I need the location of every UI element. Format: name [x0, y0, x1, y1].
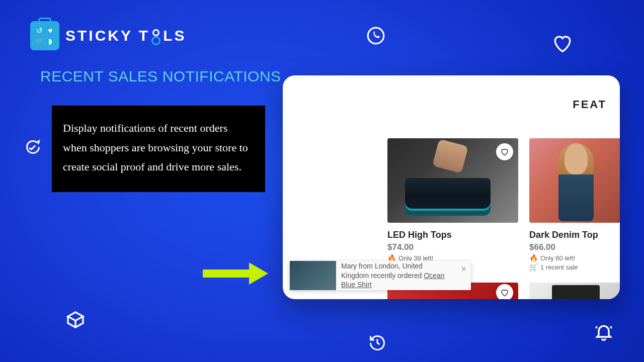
- recent-sale-badge: 🛒 1 recent sale: [529, 263, 620, 271]
- bell-icon: [594, 322, 614, 342]
- cart-icon: 🛒: [529, 263, 538, 271]
- page-title: RECENT SALES NOTIFICATIONS: [40, 68, 281, 85]
- product-name: Dark Denim Top: [529, 230, 620, 240]
- box-icon: [65, 310, 86, 330]
- logo-icon: ↺♥🛒◗: [30, 21, 59, 50]
- svg-rect-0: [203, 269, 249, 278]
- notification-thumbnail: [290, 261, 336, 290]
- heart-icon: [500, 147, 509, 156]
- wishlist-button[interactable]: [496, 284, 513, 299]
- product-price: $66.00: [529, 242, 620, 252]
- stock-text: Only 60 left!: [540, 254, 575, 262]
- chat-icon: [23, 139, 41, 157]
- product-image-peek: [529, 283, 620, 299]
- section-label: FEAT: [573, 98, 607, 111]
- history-icon: [368, 334, 386, 352]
- stock-badge: 🔥 Only 60 left!: [529, 254, 620, 262]
- recent-sale-text: 1 recent sale: [540, 263, 578, 271]
- product-card[interactable]: LED High Tops $74.00 🔥 Only 39 left!: [387, 138, 518, 271]
- wishlist-button[interactable]: [496, 143, 513, 160]
- heart-icon: [552, 34, 573, 52]
- product-card[interactable]: Dark Denim Top $66.00 🔥 Only 60 left! 🛒 …: [529, 138, 620, 271]
- brand-name: STICKY TLS: [65, 27, 186, 44]
- product-image: [529, 138, 620, 223]
- notification-close[interactable]: ✕: [457, 261, 471, 273]
- product-price: $74.00: [387, 242, 518, 252]
- brand-logo: ↺♥🛒◗ STICKY TLS: [30, 21, 186, 50]
- phone-icon: [366, 26, 385, 45]
- product-image: [387, 138, 518, 223]
- sale-notification[interactable]: Mary from London, United Kingdom recentl…: [290, 261, 471, 290]
- notification-text: Mary from London, United Kingdom recentl…: [336, 258, 457, 293]
- product-name: LED High Tops: [387, 230, 518, 240]
- close-icon: ✕: [461, 265, 467, 273]
- callout-arrow: [203, 262, 268, 285]
- fire-icon: 🔥: [529, 254, 538, 262]
- store-preview: FEAT LED High Tops $74.00 🔥 Only 39 left…: [283, 75, 620, 299]
- heart-icon: [500, 288, 509, 297]
- feature-description: Display notifications of recent orders w…: [52, 106, 265, 192]
- svg-marker-1: [249, 262, 268, 285]
